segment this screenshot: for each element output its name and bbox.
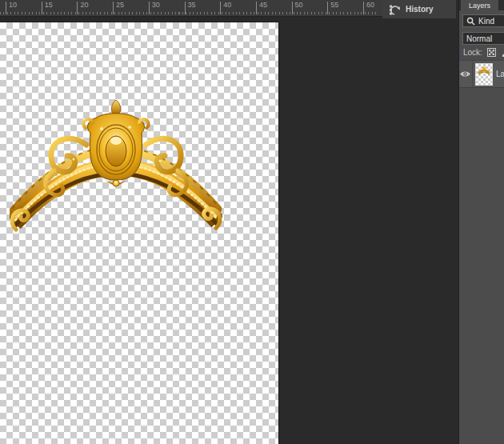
ruler-number: 40 bbox=[220, 2, 231, 14]
ruler-number: 20 bbox=[77, 2, 88, 14]
horizontal-ruler[interactable]: 1015202530354045505560 bbox=[0, 0, 382, 17]
tab-layers[interactable]: Layers bbox=[461, 0, 498, 10]
canvas[interactable] bbox=[0, 22, 279, 444]
lock-row: Lock: bbox=[463, 46, 504, 58]
blend-mode-value: Normal bbox=[466, 34, 492, 43]
ruler-number: 25 bbox=[113, 2, 124, 14]
layers-panel: Layers Kind Normal Lock: bbox=[458, 0, 504, 444]
ruler-number: 45 bbox=[256, 2, 267, 14]
ruler-number: 35 bbox=[185, 2, 196, 14]
ruler-number: 30 bbox=[149, 2, 160, 14]
layer-visibility-toggle[interactable] bbox=[459, 61, 473, 87]
search-icon bbox=[466, 17, 475, 26]
ruler-number: 60 bbox=[363, 2, 374, 14]
ruler-number: 50 bbox=[292, 2, 303, 14]
history-tab-label: History bbox=[406, 5, 433, 14]
lock-label: Lock: bbox=[463, 48, 482, 57]
kind-filter-label: Kind bbox=[478, 17, 494, 26]
ruler-number: 55 bbox=[327, 2, 338, 14]
checkerboard-icon bbox=[487, 48, 496, 57]
blend-mode-select[interactable]: Normal bbox=[462, 32, 504, 45]
photoshop-workspace: 1015202530354045505560 History bbox=[0, 0, 504, 444]
ruler-number: 15 bbox=[42, 2, 53, 14]
lock-paint-button[interactable] bbox=[501, 47, 504, 58]
brush-icon bbox=[501, 47, 504, 58]
eye-icon bbox=[459, 70, 471, 78]
layer-filter-kind-select[interactable]: Kind bbox=[462, 14, 504, 27]
lock-transparent-pixels-button[interactable] bbox=[487, 48, 496, 57]
layer-row[interactable]: La bbox=[459, 60, 504, 88]
history-panel-tab[interactable]: History bbox=[382, 0, 456, 18]
layers-tab-label: Layers bbox=[469, 2, 490, 10]
ruler-number: 10 bbox=[6, 2, 17, 14]
layer-name: La bbox=[496, 70, 504, 78]
layer-thumbnail[interactable] bbox=[476, 64, 492, 85]
layer-thumbnail-ornament bbox=[476, 64, 492, 85]
gold-ornament-image[interactable] bbox=[10, 97, 222, 233]
history-icon bbox=[389, 3, 400, 16]
